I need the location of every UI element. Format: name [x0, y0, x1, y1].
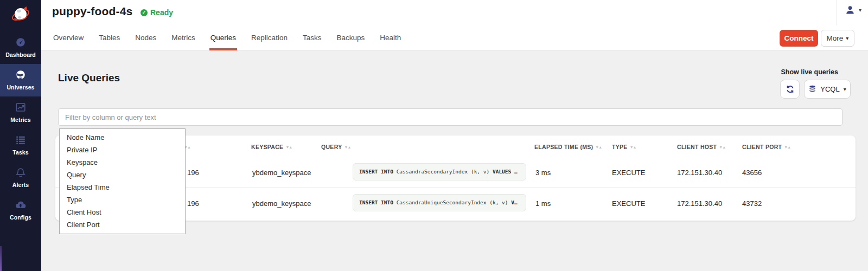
more-button-label: More [827, 34, 844, 42]
tab-queries[interactable]: Queries [203, 25, 244, 50]
cell-client-port: 43732 [742, 199, 762, 208]
screen-edge-artifact [0, 246, 2, 271]
database-icon [808, 85, 816, 93]
filter-column-dropdown: Node Name Private IP Keyspace Query Elap… [59, 128, 186, 234]
universe-tabs-bar: Overview Tables Nodes Metrics Queries Re… [41, 25, 868, 50]
cell-keyspace: ybdemo_keyspace [252, 169, 311, 177]
tab-metrics[interactable]: Metrics [164, 25, 203, 50]
sidebar-item-label: Dashboard [5, 51, 36, 58]
planet-rocket-logo-icon [10, 4, 31, 24]
user-avatar-icon [845, 4, 856, 15]
sidebar-item-metrics[interactable]: Metrics [0, 96, 41, 129]
universe-globe-icon [15, 69, 27, 81]
sidebar-item-label: Configs [10, 214, 31, 221]
yugabyte-logo [0, 0, 41, 28]
cell-keyspace: ybdemo_keyspace [252, 199, 311, 208]
column-header-client-host[interactable]: CLIENT HOST▼▲ [677, 144, 725, 150]
cell-private-ip: 196 [187, 199, 199, 208]
caret-down-icon: ▾ [859, 7, 861, 13]
filter-option-elapsed-time[interactable]: Elapsed Time [60, 181, 185, 193]
column-header-query[interactable]: QUERY▼▲ [321, 144, 350, 150]
sidebar-item-dashboard[interactable]: Dashboard [0, 31, 41, 64]
sort-icon: ▼▲ [630, 145, 636, 149]
tabs: Overview Tables Nodes Metrics Queries Re… [46, 25, 409, 50]
sort-icon: ▼▲ [719, 145, 725, 149]
filter-input[interactable] [58, 108, 843, 126]
sort-icon: ▼▲ [595, 145, 602, 149]
caret-down-icon: ▾ [844, 86, 846, 92]
refresh-icon [786, 85, 795, 94]
cell-client-port: 43656 [742, 169, 762, 177]
status-badge: ✓ Ready [141, 8, 173, 17]
tab-health[interactable]: Health [372, 25, 409, 50]
sidebar-item-universes[interactable]: Universes [0, 64, 41, 96]
sidebar-item-label: Metrics [10, 117, 30, 123]
sidebar: Dashboard Universes Metrics Tasks [0, 0, 41, 271]
live-queries-page: Live Queries Show live queries YCQL ▾ No… [41, 50, 868, 271]
universe-title: puppy-food-4s [52, 5, 132, 18]
filter-option-keyspace[interactable]: Keyspace [60, 156, 185, 169]
dashboard-gauge-icon [15, 36, 27, 48]
sidebar-item-label: Universes [7, 84, 34, 91]
metrics-chart-icon [15, 101, 27, 113]
page-title: Live Queries [58, 72, 120, 84]
sidebar-item-label: Tasks [12, 149, 29, 156]
tab-overview[interactable]: Overview [46, 25, 91, 50]
column-header-type[interactable]: TYPE▼▲ [612, 144, 636, 150]
configs-cloud-icon [15, 199, 27, 211]
cell-type: EXECUTE [612, 199, 645, 208]
cell-client-host: 172.151.30.40 [677, 199, 722, 208]
cell-elapsed-time: 3 ms [535, 169, 551, 177]
check-icon: ✓ [141, 9, 148, 16]
alerts-bell-icon [15, 166, 27, 178]
sort-icon: ▼▲ [285, 145, 292, 149]
topbar-divider [837, 0, 837, 25]
filter-option-query[interactable]: Query [60, 169, 185, 181]
sidebar-item-tasks[interactable]: Tasks [0, 129, 41, 162]
tab-replication[interactable]: Replication [244, 25, 295, 50]
show-live-queries-label: Show live queries [781, 68, 838, 76]
tab-tasks[interactable]: Tasks [295, 25, 329, 50]
user-menu[interactable]: ▾ [845, 4, 861, 15]
caret-down-icon: ▾ [846, 35, 848, 41]
tab-backups[interactable]: Backups [329, 25, 372, 50]
cell-query-chip[interactable]: INSERT INTO CassandraSecondaryIndex (k, … [353, 163, 526, 180]
filter-option-node-name[interactable]: Node Name [60, 131, 185, 144]
sort-icon: ▼▲ [344, 145, 350, 149]
connect-button[interactable]: Connect [780, 30, 818, 47]
cell-elapsed-time: 1 ms [535, 199, 551, 208]
tab-nodes[interactable]: Nodes [127, 25, 164, 50]
topbar: puppy-food-4s ✓ Ready ▾ [41, 0, 868, 25]
more-button[interactable]: More ▾ [821, 30, 854, 47]
cell-type: EXECUTE [612, 169, 645, 177]
cell-query-chip[interactable]: INSERT INTO CassandraUniqueSecondaryInde… [353, 194, 526, 211]
filter-option-client-port[interactable]: Client Port [60, 218, 185, 231]
sidebar-item-alerts[interactable]: Alerts [0, 162, 41, 194]
status-label: Ready [150, 8, 173, 17]
cell-client-host: 172.151.30.40 [677, 169, 722, 177]
column-header-keyspace[interactable]: KEYSPACE▼▲ [251, 144, 292, 150]
api-selector-dropdown[interactable]: YCQL ▾ [804, 80, 851, 99]
filter-option-type[interactable]: Type [60, 193, 185, 206]
sidebar-item-label: Alerts [12, 182, 29, 188]
sidebar-item-configs[interactable]: Configs [0, 194, 41, 227]
column-header-client-port[interactable]: CLIENT PORT▼▲ [742, 144, 790, 150]
sort-icon: ▼▲ [784, 145, 790, 149]
api-selector-label: YCQL [820, 85, 839, 93]
tab-tables[interactable]: Tables [91, 25, 127, 50]
filter-option-client-host[interactable]: Client Host [60, 206, 185, 218]
cell-private-ip: 196 [187, 169, 199, 177]
column-header-elapsed-time[interactable]: ELAPSED TIME (MS)▼▲ [534, 144, 602, 150]
refresh-button[interactable] [780, 80, 800, 99]
filter-option-private-ip[interactable]: Private IP [60, 144, 185, 156]
tasks-list-icon [15, 134, 27, 146]
